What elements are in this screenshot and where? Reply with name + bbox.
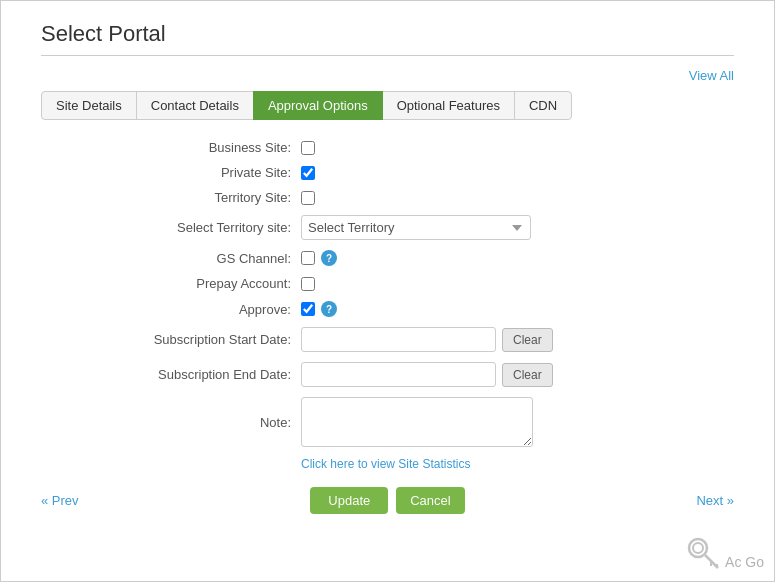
approve-label: Approve: <box>121 302 301 317</box>
prepay-account-row: Prepay Account: <box>121 276 734 291</box>
business-site-checkbox[interactable] <box>301 141 315 155</box>
approve-help-icon[interactable]: ? <box>321 301 337 317</box>
prev-link[interactable]: « Prev <box>41 493 79 508</box>
footer-row: « Prev Update Cancel Next » <box>41 487 734 514</box>
gs-channel-help-icon[interactable]: ? <box>321 250 337 266</box>
cancel-button[interactable]: Cancel <box>396 487 464 514</box>
gs-channel-checkbox[interactable] <box>301 251 315 265</box>
note-textarea[interactable] <box>301 397 533 447</box>
subscription-start-label: Subscription Start Date: <box>121 332 301 347</box>
svg-line-2 <box>705 555 718 568</box>
business-site-row: Business Site: <box>121 140 734 155</box>
action-buttons: Update Cancel <box>310 487 464 514</box>
tab-optional-features[interactable]: Optional Features <box>382 91 515 120</box>
subscription-end-label: Subscription End Date: <box>121 367 301 382</box>
site-stats-link[interactable]: Click here to view Site Statistics <box>301 457 734 471</box>
prepay-account-checkbox[interactable] <box>301 277 315 291</box>
form-section: Business Site: Private Site: Territory S… <box>121 140 734 471</box>
next-link[interactable]: Next » <box>696 493 734 508</box>
subscription-end-input[interactable] <box>301 362 496 387</box>
subscription-start-input[interactable] <box>301 327 496 352</box>
subscription-start-row: Subscription Start Date: Clear <box>121 327 734 352</box>
tabs-bar: Site Details Contact Details Approval Op… <box>41 91 734 120</box>
gs-channel-row: GS Channel: ? <box>121 250 734 266</box>
title-divider <box>41 55 734 56</box>
territory-site-row: Territory Site: <box>121 190 734 205</box>
page-title: Select Portal <box>41 21 734 47</box>
territory-site-checkbox[interactable] <box>301 191 315 205</box>
approve-row: Approve: ? <box>121 301 734 317</box>
approve-checkbox[interactable] <box>301 302 315 316</box>
private-site-row: Private Site: <box>121 165 734 180</box>
tab-cdn[interactable]: CDN <box>514 91 572 120</box>
svg-point-0 <box>689 539 707 557</box>
prepay-account-label: Prepay Account: <box>121 276 301 291</box>
watermark-text: Ac Go <box>725 554 764 571</box>
select-territory-row: Select Territory site: Select Territory <box>121 215 734 240</box>
view-all-link[interactable]: View All <box>689 68 734 83</box>
subscription-start-clear-button[interactable]: Clear <box>502 328 553 352</box>
svg-point-1 <box>693 543 703 553</box>
update-button[interactable]: Update <box>310 487 388 514</box>
business-site-label: Business Site: <box>121 140 301 155</box>
subscription-end-clear-button[interactable]: Clear <box>502 363 553 387</box>
select-territory-dropdown[interactable]: Select Territory <box>301 215 531 240</box>
private-site-checkbox[interactable] <box>301 166 315 180</box>
tab-approval-options[interactable]: Approval Options <box>253 91 383 120</box>
tab-contact-details[interactable]: Contact Details <box>136 91 254 120</box>
note-row: Note: <box>121 397 734 447</box>
select-territory-label: Select Territory site: <box>121 220 301 235</box>
note-label: Note: <box>121 415 301 430</box>
territory-site-label: Territory Site: <box>121 190 301 205</box>
tab-site-details[interactable]: Site Details <box>41 91 137 120</box>
subscription-end-row: Subscription End Date: Clear <box>121 362 734 387</box>
private-site-label: Private Site: <box>121 165 301 180</box>
gs-channel-label: GS Channel: <box>121 251 301 266</box>
watermark-area: Ac Go <box>685 535 764 571</box>
key-icon <box>685 535 721 571</box>
